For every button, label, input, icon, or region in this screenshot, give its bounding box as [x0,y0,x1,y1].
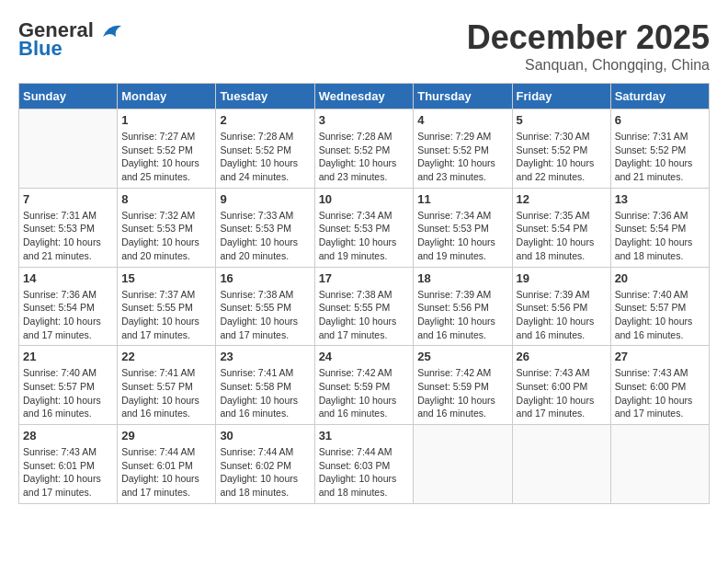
logo-bird-icon [96,20,125,40]
calendar-cell: 1Sunrise: 7:27 AMSunset: 5:52 PMDaylight… [118,109,216,189]
day-number: 30 [220,429,310,442]
day-info: Sunrise: 7:34 AMSunset: 5:53 PMDaylight:… [319,209,410,263]
day-number: 19 [517,271,607,285]
weekday-header-sunday: Sunday [19,84,118,109]
day-number: 23 [220,350,310,363]
calendar-cell: 23Sunrise: 7:41 AMSunset: 5:58 PMDayligh… [216,346,314,425]
day-number: 29 [121,429,211,442]
day-number: 4 [417,113,507,127]
day-number: 18 [417,271,507,285]
calendar-cell: 4Sunrise: 7:29 AMSunset: 5:52 PMDaylight… [414,109,512,189]
calendar-week-5: 28Sunrise: 7:43 AMSunset: 6:01 PMDayligh… [19,425,710,504]
day-info: Sunrise: 7:40 AMSunset: 5:57 PMDaylight:… [23,366,113,420]
day-number: 24 [319,350,410,363]
day-number: 9 [220,192,310,206]
day-info: Sunrise: 7:28 AMSunset: 5:52 PMDaylight:… [220,130,310,184]
weekday-header-thursday: Thursday [414,84,512,109]
day-number: 31 [319,429,410,442]
calendar-week-3: 14Sunrise: 7:36 AMSunset: 5:54 PMDayligh… [19,267,710,346]
page-header: General Blue December 2025 Sanquan, Chon… [18,18,710,74]
day-number: 20 [615,271,705,285]
day-info: Sunrise: 7:39 AMSunset: 5:56 PMDaylight:… [417,288,507,342]
day-info: Sunrise: 7:39 AMSunset: 5:56 PMDaylight:… [517,288,607,342]
weekday-header-wednesday: Wednesday [314,84,414,109]
calendar-cell [512,425,610,504]
day-number: 12 [517,192,607,206]
day-info: Sunrise: 7:38 AMSunset: 5:55 PMDaylight:… [220,288,310,342]
day-info: Sunrise: 7:28 AMSunset: 5:52 PMDaylight:… [319,130,410,184]
calendar-week-1: 1Sunrise: 7:27 AMSunset: 5:52 PMDaylight… [19,109,710,189]
day-info: Sunrise: 7:32 AMSunset: 5:53 PMDaylight:… [121,209,211,263]
day-info: Sunrise: 7:31 AMSunset: 5:53 PMDaylight:… [23,209,113,263]
day-info: Sunrise: 7:44 AMSunset: 6:03 PMDaylight:… [319,445,410,500]
day-number: 25 [417,350,507,363]
calendar-cell: 19Sunrise: 7:39 AMSunset: 5:56 PMDayligh… [512,267,610,346]
calendar-cell: 25Sunrise: 7:42 AMSunset: 5:59 PMDayligh… [414,346,512,425]
day-number: 22 [121,350,211,363]
day-number: 14 [23,271,113,285]
calendar-cell: 12Sunrise: 7:35 AMSunset: 5:54 PMDayligh… [512,188,610,267]
day-info: Sunrise: 7:36 AMSunset: 5:54 PMDaylight:… [615,209,705,263]
day-number: 13 [615,192,705,206]
title-block: December 2025 Sanquan, Chongqing, China [467,18,710,74]
calendar-cell: 3Sunrise: 7:28 AMSunset: 5:52 PMDaylight… [314,109,414,189]
day-info: Sunrise: 7:44 AMSunset: 6:02 PMDaylight:… [220,445,310,500]
calendar-cell: 31Sunrise: 7:44 AMSunset: 6:03 PMDayligh… [314,425,414,504]
calendar-cell: 28Sunrise: 7:43 AMSunset: 6:01 PMDayligh… [19,425,118,504]
day-info: Sunrise: 7:38 AMSunset: 5:55 PMDaylight:… [319,288,410,342]
day-number: 2 [220,113,310,127]
calendar-cell: 27Sunrise: 7:43 AMSunset: 6:00 PMDayligh… [610,346,709,425]
calendar-cell: 30Sunrise: 7:44 AMSunset: 6:02 PMDayligh… [216,425,314,504]
location: Sanquan, Chongqing, China [467,57,710,74]
day-number: 6 [615,113,705,127]
day-info: Sunrise: 7:40 AMSunset: 5:57 PMDaylight:… [615,288,705,342]
day-number: 8 [121,192,211,206]
day-info: Sunrise: 7:44 AMSunset: 6:01 PMDaylight:… [121,445,211,500]
day-info: Sunrise: 7:42 AMSunset: 5:59 PMDaylight:… [417,366,507,420]
logo-blue: Blue [18,37,63,61]
logo: General Blue [18,18,125,61]
day-number: 1 [121,113,211,127]
day-info: Sunrise: 7:36 AMSunset: 5:54 PMDaylight:… [23,288,113,342]
day-number: 15 [121,271,211,285]
day-number: 28 [23,429,113,442]
day-info: Sunrise: 7:43 AMSunset: 6:01 PMDaylight:… [23,445,113,500]
calendar-cell: 9Sunrise: 7:33 AMSunset: 5:53 PMDaylight… [216,188,314,267]
day-number: 7 [23,192,113,206]
day-info: Sunrise: 7:42 AMSunset: 5:59 PMDaylight:… [319,366,410,420]
weekday-header-saturday: Saturday [610,84,709,109]
calendar-cell: 10Sunrise: 7:34 AMSunset: 5:53 PMDayligh… [314,188,414,267]
day-info: Sunrise: 7:33 AMSunset: 5:53 PMDaylight:… [220,209,310,263]
day-number: 17 [319,271,410,285]
calendar-cell: 22Sunrise: 7:41 AMSunset: 5:57 PMDayligh… [118,346,216,425]
day-info: Sunrise: 7:41 AMSunset: 5:58 PMDaylight:… [220,366,310,420]
day-number: 27 [615,350,705,363]
weekday-header-tuesday: Tuesday [216,84,314,109]
calendar-cell [414,425,512,504]
calendar-table: SundayMondayTuesdayWednesdayThursdayFrid… [18,83,710,504]
day-number: 3 [319,113,410,127]
calendar-cell: 24Sunrise: 7:42 AMSunset: 5:59 PMDayligh… [314,346,414,425]
calendar-cell: 15Sunrise: 7:37 AMSunset: 5:55 PMDayligh… [118,267,216,346]
calendar-week-4: 21Sunrise: 7:40 AMSunset: 5:57 PMDayligh… [19,346,710,425]
weekday-header-monday: Monday [118,84,216,109]
calendar-cell [610,425,709,504]
calendar-cell: 6Sunrise: 7:31 AMSunset: 5:52 PMDaylight… [610,109,709,189]
calendar-cell: 7Sunrise: 7:31 AMSunset: 5:53 PMDaylight… [19,188,118,267]
day-info: Sunrise: 7:35 AMSunset: 5:54 PMDaylight:… [517,209,607,263]
weekday-header-friday: Friday [512,84,610,109]
calendar-cell: 2Sunrise: 7:28 AMSunset: 5:52 PMDaylight… [216,109,314,189]
day-number: 5 [517,113,607,127]
day-info: Sunrise: 7:29 AMSunset: 5:52 PMDaylight:… [417,130,507,184]
calendar-cell: 16Sunrise: 7:38 AMSunset: 5:55 PMDayligh… [216,267,314,346]
calendar-cell: 11Sunrise: 7:34 AMSunset: 5:53 PMDayligh… [414,188,512,267]
day-number: 16 [220,271,310,285]
weekday-header-row: SundayMondayTuesdayWednesdayThursdayFrid… [19,84,710,109]
day-number: 21 [23,350,113,363]
calendar-cell: 18Sunrise: 7:39 AMSunset: 5:56 PMDayligh… [414,267,512,346]
calendar-cell: 17Sunrise: 7:38 AMSunset: 5:55 PMDayligh… [314,267,414,346]
calendar-cell: 21Sunrise: 7:40 AMSunset: 5:57 PMDayligh… [19,346,118,425]
day-info: Sunrise: 7:37 AMSunset: 5:55 PMDaylight:… [121,288,211,342]
day-info: Sunrise: 7:41 AMSunset: 5:57 PMDaylight:… [121,366,211,420]
calendar-cell: 8Sunrise: 7:32 AMSunset: 5:53 PMDaylight… [118,188,216,267]
